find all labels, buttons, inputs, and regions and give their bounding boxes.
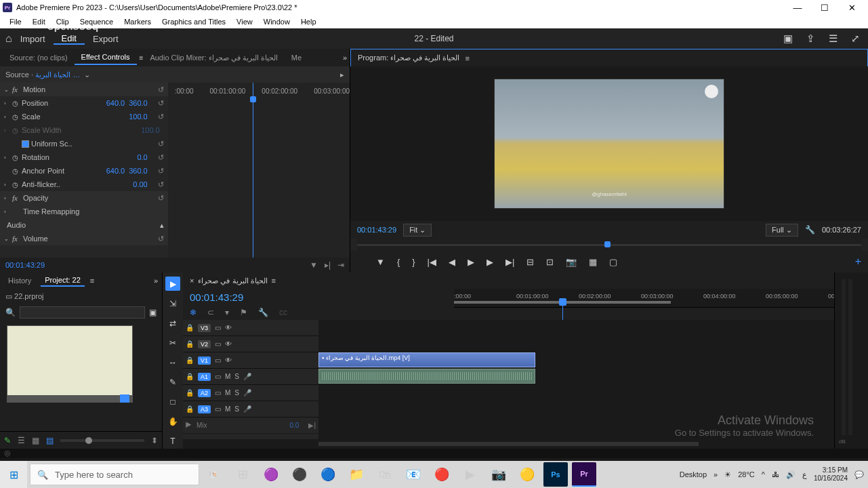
lock-icon[interactable]: 🔒 <box>186 324 194 331</box>
efc-clip-name[interactable]: الحياة البرية … <box>35 70 80 79</box>
edge-icon[interactable]: 🔵 <box>316 462 340 487</box>
video-clip[interactable]: ▪ الحياة البرية في صحراء.mp4 [V] <box>318 352 535 367</box>
tabs-overflow-icon[interactable]: » <box>343 54 347 62</box>
settings-icon[interactable]: 🔧 <box>805 225 815 235</box>
mic-icon[interactable]: 🎤 <box>243 373 251 380</box>
network-icon[interactable]: 🖧 <box>772 470 779 479</box>
freeform-view-icon[interactable]: ▤ <box>46 436 54 445</box>
timeline-sequence-name[interactable]: الحياة البرية في صحراء <box>198 277 267 285</box>
youtube-icon[interactable]: ▶ <box>458 462 482 487</box>
track-content-area[interactable]: ▪ الحياة البرية في صحراء.mp4 [V] <box>318 320 834 439</box>
mail-icon[interactable]: 📧 <box>401 462 426 487</box>
tray-overflow-icon[interactable]: ^ <box>762 470 765 479</box>
efc-anchor[interactable]: ◷Anchor Point640.0360.0↺ <box>0 164 168 178</box>
efc-scale-width[interactable]: ›◷Scale Width100.0 <box>0 123 168 137</box>
linked-selection-icon[interactable]: ⊂ <box>207 308 214 317</box>
timeline-timecode[interactable]: 00:01:43:29 <box>183 289 318 305</box>
ripple-edit-tool[interactable]: ⇄ <box>165 316 180 330</box>
panel-menu-icon[interactable]: ≡ <box>90 277 94 285</box>
reset-icon[interactable]: ↺ <box>152 85 164 94</box>
audio-meters[interactable]: dB <box>834 272 868 449</box>
mark-in-button[interactable]: { <box>397 257 400 267</box>
quick-export-icon[interactable]: ▣ <box>783 33 793 45</box>
explorer-icon[interactable]: 📁 <box>344 462 369 487</box>
hand-tool[interactable]: ✋ <box>165 415 180 429</box>
button-editor-icon[interactable]: + <box>855 256 861 268</box>
store-icon[interactable]: 🛍 <box>373 462 397 487</box>
efc-playhead[interactable] <box>253 83 253 258</box>
fullscreen-icon[interactable]: ⤢ <box>851 33 860 45</box>
program-monitor[interactable]: @ghasemfathi <box>350 66 868 221</box>
menu-help[interactable]: Help <box>295 16 322 27</box>
cortana-icon[interactable]: 🐚 <box>199 461 226 488</box>
selection-tool[interactable]: ▶ <box>165 277 180 291</box>
track-select-tool[interactable]: ⇲ <box>165 296 180 310</box>
menu-graphics[interactable]: Graphics and Titles <box>157 16 231 27</box>
toggle-sync-icon[interactable]: ▭ <box>215 324 221 331</box>
mode-export[interactable]: Export <box>85 34 127 44</box>
system-clock[interactable]: 3:15 PM 10/16/2024 <box>814 466 848 483</box>
efc-timeremap-header[interactable]: ›Time Remapping <box>0 205 168 218</box>
tab-effect-controls[interactable]: Effect Controls <box>75 50 137 65</box>
mark-out-button[interactable]: } <box>412 257 415 267</box>
workspace-menu-icon[interactable]: ☰ <box>829 33 838 45</box>
type-tool[interactable]: T <box>165 434 180 449</box>
menu-window[interactable]: Window <box>258 16 295 27</box>
step-forward-button[interactable]: ▶ <box>487 257 493 267</box>
tab-project[interactable]: Project: 22 <box>41 274 85 287</box>
copilot-icon[interactable]: 🟣 <box>259 462 283 487</box>
export-frame-button[interactable]: 📷 <box>566 257 577 267</box>
rectangle-tool[interactable]: □ <box>165 395 180 409</box>
snap-icon[interactable]: ❄ <box>190 308 197 317</box>
go-to-in-button[interactable]: |◀ <box>428 257 436 267</box>
timeline-panel-menu-icon[interactable]: ≡ <box>272 277 276 285</box>
timeline-settings-icon[interactable]: ⚑ <box>240 308 247 317</box>
efc-play-icon[interactable]: ▸ <box>340 70 344 79</box>
step-back-button[interactable]: ◀ <box>449 257 455 267</box>
track-mix[interactable]: ⯈Mix0.0▶| <box>183 418 318 434</box>
tab-metadata[interactable]: Me <box>285 51 308 64</box>
desktop-toolbar[interactable]: Desktop <box>680 470 707 479</box>
extract-button[interactable]: ⊡ <box>546 257 554 267</box>
weather-temp[interactable]: 28°C <box>738 470 755 479</box>
comparison-button[interactable]: ▦ <box>589 257 597 267</box>
efc-scale[interactable]: ›◷Scale100.0↺ <box>0 110 168 123</box>
filter-icon[interactable]: ▼ <box>310 260 318 270</box>
list-view-icon[interactable]: ☰ <box>18 436 25 445</box>
mode-import[interactable]: Import <box>12 34 54 44</box>
program-panel-menu-icon[interactable]: ≡ <box>465 54 469 62</box>
track-a2[interactable]: 🔒A2▭MS🎤 <box>183 385 318 401</box>
tabs-overflow-icon[interactable]: » <box>154 277 158 285</box>
efc-keyframe-timeline[interactable]: :00:0000:01:00:0000:02:00:0000:03:00:00 <box>168 83 350 258</box>
obs-icon[interactable]: ⚫ <box>287 462 312 487</box>
weather-icon[interactable]: ☀ <box>724 470 731 479</box>
safe-margins-button[interactable]: ▢ <box>609 257 617 267</box>
home-icon[interactable]: ⌂ <box>5 33 12 45</box>
photoshop-icon[interactable]: Ps <box>543 462 568 487</box>
maximize-button[interactable]: ☐ <box>811 3 838 13</box>
sort-icon[interactable]: ⬍ <box>151 436 158 445</box>
menu-file[interactable]: File <box>4 16 27 27</box>
audio-clip[interactable] <box>318 369 535 384</box>
wrench-icon[interactable]: 🔧 <box>258 308 268 317</box>
program-timecode[interactable]: 00:01:43:29 <box>357 226 396 234</box>
tab-audio-mixer[interactable]: Audio Clip Mixer: الحياة البرية في صحراء <box>143 51 284 65</box>
play-button[interactable]: ▶ <box>468 257 474 267</box>
new-item-icon[interactable]: ✎ <box>4 436 11 445</box>
mode-edit[interactable]: Edit <box>54 33 85 45</box>
go-end-icon[interactable]: ▶| <box>308 422 316 429</box>
resolution-select[interactable]: Full ⌄ <box>766 224 798 237</box>
close-button[interactable]: ✕ <box>838 3 865 13</box>
razor-tool[interactable]: ✂ <box>165 336 180 350</box>
efc-audio-header[interactable]: Audio▴ <box>0 218 168 232</box>
efc-timecode[interactable]: 00:01:43:29 <box>5 261 45 269</box>
premiere-taskbar-icon[interactable]: Pr <box>572 462 596 487</box>
uniform-scale-checkbox[interactable] <box>22 140 29 148</box>
project-search-input[interactable] <box>20 306 145 319</box>
new-bin-icon[interactable]: ▣ <box>149 308 157 317</box>
taskbar-search[interactable]: 🔍 Type here to search <box>30 464 199 485</box>
add-marker-button[interactable]: ▼ <box>376 257 385 267</box>
eye-icon[interactable]: 👁 <box>225 324 232 331</box>
cc-icon[interactable]: ◎ <box>4 449 11 457</box>
tab-history[interactable]: History <box>4 275 35 286</box>
